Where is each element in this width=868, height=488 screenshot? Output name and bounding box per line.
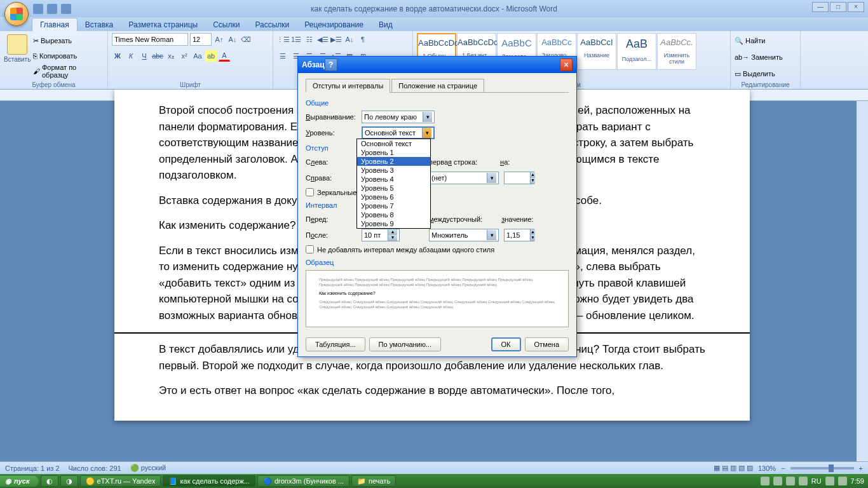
tab-page-layout[interactable]: Разметка страницы [121,18,205,31]
mirror-indents-checkbox[interactable] [306,188,314,196]
tray-icon[interactable] [799,477,808,485]
save-icon[interactable] [33,4,43,14]
zoom-out-icon[interactable]: − [781,464,785,472]
tab-page-position[interactable]: Положение на странице [391,79,484,93]
tray-icon[interactable] [773,477,782,485]
clear-format-icon[interactable]: ⌫ [240,34,252,45]
replace-button[interactable]: ab→ Заменить [735,51,796,64]
paste-button[interactable]: Вставить [4,33,31,88]
tab-mailings[interactable]: Рассылки [247,18,297,31]
office-button[interactable] [4,2,30,27]
taskbar-item[interactable]: 🟡 eTXT.ru — Yandex [80,475,161,487]
format-painter-button[interactable]: 🖌 Формат по образцу [33,65,104,78]
level-option[interactable]: Основной текст [357,139,430,148]
vertical-scrollbar[interactable] [857,101,868,461]
taskbar-item[interactable]: ◐ [41,475,58,487]
show-marks-icon[interactable]: ¶ [357,34,369,45]
tray-clock[interactable]: 7:59 [851,477,864,485]
tab-home[interactable]: Главная [32,18,78,31]
taskbar-item[interactable]: 📘 как сделать содерж... [163,475,255,487]
decrease-indent-icon[interactable]: ◀☰ [317,34,329,45]
grow-font-icon[interactable]: A↑ [214,34,225,45]
bullets-icon[interactable]: ⋮☰ [277,34,288,45]
shrink-font-icon[interactable]: A↓ [227,34,238,45]
style-change[interactable]: AaBbCc.Изменить стили [657,33,696,70]
dialog-titlebar[interactable]: Абзац ? × [298,57,576,73]
increase-indent-icon[interactable]: ▶☰ [330,34,342,45]
redo-icon[interactable] [61,4,71,14]
highlight-icon[interactable]: ab [205,50,217,62]
multilevel-icon[interactable]: ☷ [304,34,315,45]
view-buttons[interactable]: ▦ ▤ ▥ ▧ ▨ [714,464,753,472]
maximize-button[interactable]: □ [830,2,846,12]
font-size-combo[interactable] [190,33,212,46]
minimize-button[interactable]: — [812,2,829,12]
tray-icon[interactable] [825,477,834,485]
tray-icon[interactable] [838,477,847,485]
status-page[interactable]: Страница: 1 из 2 [5,464,60,472]
copy-button[interactable]: ⎘ Копировать [33,50,104,62]
zoom-in-icon[interactable]: + [859,464,863,472]
level-option[interactable]: Уровень 2 [357,157,430,166]
level-dropdown[interactable]: Основной текст Уровень 1 Уровень 2 Урове… [356,139,431,229]
find-button[interactable]: 🔍 Найти [735,34,796,47]
no-space-checkbox[interactable] [306,245,314,254]
close-button[interactable]: × [848,2,864,12]
align-left-icon[interactable]: ☰ [277,50,288,62]
status-words[interactable]: Число слов: 291 [69,464,121,472]
help-icon[interactable]: ? [325,58,337,71]
line-spacing-combo[interactable]: Множитель▾ [429,229,499,241]
select-button[interactable]: ▭ Выделить [735,67,796,80]
zoom-slider[interactable] [790,467,854,470]
tabs-button[interactable]: Табуляция... [306,337,365,351]
ok-button[interactable]: ОК [491,337,521,351]
level-option[interactable]: Уровень 4 [357,175,430,184]
taskbar-item[interactable]: 📁 печать [351,475,396,487]
level-option[interactable]: Уровень 5 [357,184,430,193]
by-spin[interactable]: ▲▼ [504,172,534,184]
subscript-icon[interactable]: x₂ [165,50,177,62]
first-line-combo[interactable]: (нет)▾ [429,172,499,184]
tab-review[interactable]: Рецензирование [297,18,371,31]
level-option[interactable]: Уровень 1 [357,148,430,157]
after-spin[interactable]: ▲▼ [362,229,400,241]
tab-insert[interactable]: Вставка [78,18,121,31]
tab-indents[interactable]: Отступы и интервалы [306,79,390,93]
at-spin[interactable]: ▲▼ [504,229,534,241]
cancel-button[interactable]: Отмена [525,337,569,351]
level-combo[interactable]: Основной текст▾ [362,126,435,139]
status-lang[interactable]: 🟢 русский [130,464,166,472]
font-family-combo[interactable] [112,33,188,46]
tray-icon[interactable] [761,477,770,485]
numbering-icon[interactable]: 1☰ [290,34,302,45]
close-icon[interactable]: × [560,58,573,71]
sort-icon[interactable]: A↓ [344,34,355,45]
superscript-icon[interactable]: x² [179,50,190,62]
zoom-value[interactable]: 130% [758,464,776,472]
level-option[interactable]: Уровень 8 [357,210,430,219]
style-title[interactable]: AaBbCcIНазвание [577,33,616,70]
cut-button[interactable]: ✂ Вырезать [33,34,104,47]
tray-icon[interactable] [786,477,795,485]
tab-references[interactable]: Ссылки [205,18,247,31]
undo-icon[interactable] [47,4,57,14]
level-option[interactable]: Уровень 6 [357,193,430,201]
bold-icon[interactable]: Ж [112,50,123,62]
font-color-icon[interactable]: A [219,50,230,62]
level-option[interactable]: Уровень 7 [357,201,430,210]
italic-icon[interactable]: К [125,50,137,62]
window-titlebar: как сделать содержание в ворде автоматич… [0,0,868,17]
start-button[interactable]: ◉ пуск [0,476,39,487]
taskbar-item[interactable]: ◑ [60,475,78,487]
style-subtitle[interactable]: AaBПодзагол... [617,33,656,70]
underline-icon[interactable]: Ч [139,50,150,62]
taskbar-item[interactable]: 🔵 dronx3m (Бунчиков ... [257,475,349,487]
alignment-combo[interactable]: По левому краю▾ [362,111,435,123]
tab-view[interactable]: Вид [371,18,400,31]
tray-lang[interactable]: RU [811,477,822,485]
default-button[interactable]: По умолчанию... [369,337,442,351]
level-option[interactable]: Уровень 9 [357,219,430,228]
change-case-icon[interactable]: Aa [192,50,203,62]
strike-icon[interactable]: abc [152,50,163,62]
level-option[interactable]: Уровень 3 [357,166,430,175]
